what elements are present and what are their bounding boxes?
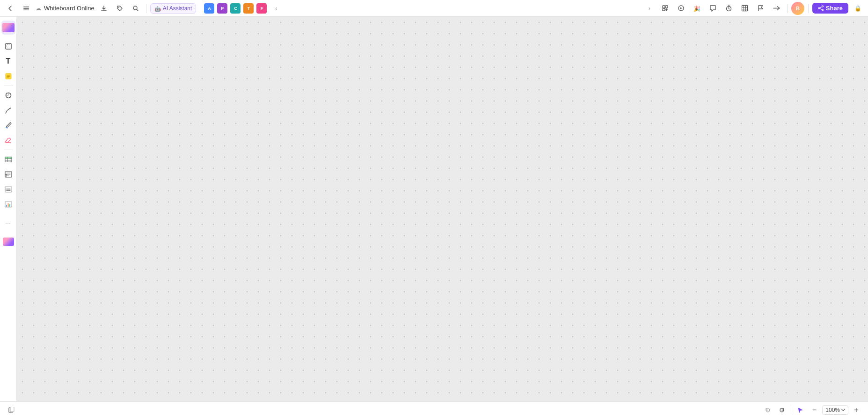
bottombar-right: − 100% + [762,404,862,416]
svg-rect-1 [23,8,29,9]
search-button[interactable] [129,2,142,15]
eraser-tool[interactable] [1,133,15,147]
svg-rect-27 [6,189,6,189]
collab-avatar-2[interactable]: P [217,3,227,14]
svg-rect-2 [23,9,29,10]
divider-2 [200,4,200,13]
shape-tool[interactable] [1,88,15,102]
divider-right [787,4,788,13]
sticker-tool[interactable] [1,21,15,35]
svg-rect-34 [10,407,14,411]
topbar: ☁ Whiteboard Online 🤖 AI Assistant A P C… [0,0,868,17]
expand-button[interactable]: › [643,2,656,15]
more-tools[interactable]: ··· [1,216,15,230]
text-tool[interactable]: T [1,54,15,68]
sticker-picker[interactable] [1,235,15,249]
svg-rect-8 [665,6,668,8]
collab-avatar-4[interactable]: T [243,3,254,14]
svg-rect-31 [7,203,8,207]
textbox-tool[interactable]: T [1,167,15,181]
app-title: Whiteboard Online [44,5,95,12]
svg-point-15 [818,7,820,9]
collab-avatar-3[interactable]: C [230,3,241,14]
sticky-note-tool[interactable] [1,69,15,83]
grid-view-button[interactable] [738,2,751,15]
back-button[interactable] [4,2,17,15]
ai-assistant-label: AI Assistant [163,5,192,12]
brush-tool[interactable] [1,118,15,132]
lock-button[interactable]: 🔒 [851,2,864,15]
pages-button[interactable] [6,404,18,416]
play-button[interactable] [675,2,688,15]
undo-button[interactable] [762,404,774,416]
left-sidebar: T T ··· [0,17,17,418]
chat-button[interactable] [707,2,720,15]
sidebar-divider-2 [4,150,13,150]
svg-rect-26 [6,188,6,188]
svg-rect-22 [5,157,11,159]
ai-assistant-button[interactable]: 🤖 AI Assistant [150,3,197,14]
svg-rect-12 [742,6,748,11]
user-avatar[interactable]: B [791,2,804,15]
collab-avatar-5[interactable]: F [256,3,267,14]
add-board-button[interactable] [659,2,672,15]
svg-text:🤖: 🤖 [154,6,161,12]
share-button[interactable]: Share [812,3,848,14]
zoom-in-button[interactable]: + [850,404,862,416]
bottombar: − 100% + [0,401,868,418]
data-tool[interactable] [1,197,15,211]
divider-1 [146,4,146,13]
timer-button[interactable] [722,2,736,15]
cloud-icon: ☁ [36,5,41,12]
menu-button[interactable] [20,2,33,15]
sticker-preview-icon [2,23,15,32]
topbar-right: › 🎉 B Share 🔒 [643,2,864,15]
tag-button[interactable] [113,2,126,15]
bb-divider [791,405,791,415]
zoom-value: 100% [825,407,840,413]
svg-rect-17 [7,45,10,48]
bottombar-left [6,404,18,416]
svg-text:T: T [5,174,7,177]
collab-avatar-1[interactable]: A [204,3,214,14]
redo-button[interactable] [776,404,788,416]
flag-button[interactable] [754,2,767,15]
table-tool[interactable] [1,152,15,166]
svg-rect-0 [23,7,29,7]
svg-rect-6 [663,6,665,8]
frame-tool[interactable] [1,39,15,53]
svg-rect-7 [663,8,665,11]
celebrate-button[interactable]: 🎉 [691,2,704,15]
topbar-left: ☁ Whiteboard Online 🤖 AI Assistant A P C… [4,2,641,15]
more-options-button[interactable] [770,2,783,15]
canvas-area[interactable] [17,17,868,418]
download-button[interactable] [97,2,110,15]
share-label: Share [826,5,843,12]
collapse-panels-button[interactable]: ‹ [270,2,283,15]
divider-share [808,4,809,13]
cursor-mode-button[interactable] [794,404,806,416]
svg-rect-16 [6,43,11,49]
sidebar-divider-1 [4,86,13,86]
list-tool[interactable] [1,182,15,196]
zoom-display[interactable]: 100% [822,405,848,415]
svg-rect-32 [9,204,10,207]
svg-text:🎉: 🎉 [693,5,700,12]
zoom-out-button[interactable]: − [808,404,820,416]
svg-rect-28 [6,190,6,191]
pen-tool[interactable] [1,103,15,117]
svg-point-3 [118,7,119,8]
svg-rect-30 [6,205,7,207]
